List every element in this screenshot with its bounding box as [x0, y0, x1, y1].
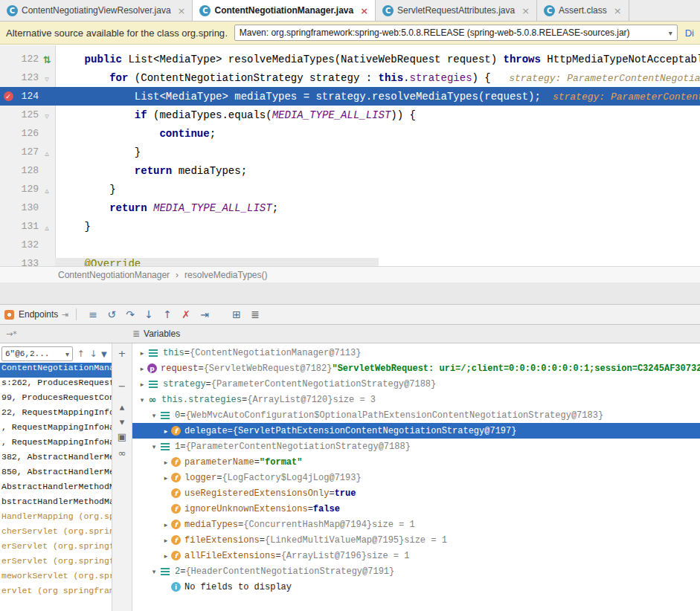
stack-frame-row[interactable]: , RequestMappingInfoHa	[0, 422, 112, 437]
variable-row[interactable]: ▸fmediaTypes = {ConcurrentHashMap@7194} …	[132, 517, 700, 532]
code-line[interactable]: 129▵ }	[0, 180, 700, 198]
editor-tab[interactable]: CServletRequestAttributes.java×	[376, 0, 537, 21]
disable-link[interactable]: Di	[685, 28, 694, 39]
stack-frame-row[interactable]: meworkServlet (org.sprin	[0, 571, 112, 586]
editor-tab[interactable]: CContentNegotiatingViewResolver.java×	[0, 0, 193, 21]
close-icon[interactable]: ×	[614, 6, 622, 16]
frame-down-icon[interactable]: ↓	[89, 349, 98, 359]
stack-frame-row[interactable]: , RequestMappingInfoHa	[0, 437, 112, 452]
stack-frame-row[interactable]: erServlet (org.springframe	[0, 556, 112, 571]
variable-row[interactable]: ▸fparameterName = "format"	[132, 454, 700, 470]
code-line[interactable]: 130 return MEDIA_TYPE_ALL_LIST;	[0, 198, 700, 217]
fold-icon[interactable]: ▿	[45, 111, 49, 121]
expand-icon[interactable]: ▸	[161, 474, 171, 482]
variable-row[interactable]: ▾2 = {HeaderContentNegotiationStrategy@7…	[132, 563, 700, 579]
expand-icon[interactable]: ▸	[161, 537, 171, 544]
variable-row[interactable]: ▸flogger = {LogFactory$Log4jLog@7193}	[132, 470, 700, 485]
stack-frame-row[interactable]: cherServlet (org.springfra	[0, 526, 112, 541]
close-icon[interactable]: ×	[521, 6, 530, 16]
variable-row[interactable]: ▸fdelegate = {ServletPathExtensionConten…	[132, 423, 700, 439]
source-jar-dropdown[interactable]: Maven: org.springframework:spring-web:5.…	[234, 25, 678, 41]
stack-frame-row[interactable]: ervlet (org springframewo	[0, 586, 112, 601]
variable-row[interactable]: ▸strategy = {ParameterContentNegotiation…	[132, 376, 700, 392]
expand-icon[interactable]: ▸	[161, 459, 171, 466]
code-line[interactable]: 125▿ if (mediaTypes.equals(MEDIA_TYPE_AL…	[0, 106, 700, 124]
editor-tab[interactable]: CContentNegotiationManager.java×	[193, 0, 376, 21]
scroll-up-icon[interactable]: ▴	[112, 401, 132, 413]
view-breakpoints-icon[interactable]: ⊞	[228, 308, 246, 320]
collapse-icon[interactable]: ▾	[149, 412, 159, 419]
override-method-icon[interactable]: ⇅	[43, 54, 51, 65]
variable-row[interactable]: ▸ffileExtensions = {LinkedMultiValueMap@…	[132, 532, 700, 548]
add-watch-icon[interactable]: +	[112, 348, 132, 359]
pin-tab-icon[interactable]: ⇥	[61, 310, 68, 320]
variable-row[interactable]: fignoreUnknownExtensions = false	[132, 501, 700, 517]
fold-icon[interactable]: ▿	[45, 74, 49, 84]
step-out-icon[interactable]: ↑	[158, 308, 177, 320]
breadcrumb-method[interactable]: resolveMediaTypes()	[184, 270, 267, 280]
thread-dropdown[interactable]: 6"@6,2... ▾	[1, 346, 73, 361]
code-line[interactable]: 131▵ }	[0, 217, 700, 236]
stack-frame-row[interactable]: 22, RequestMappingInfo	[0, 407, 112, 422]
variable-row[interactable]: ▸prequest = {ServletWebRequest@7182} "Se…	[132, 361, 700, 376]
variable-row[interactable]: ▾1 = {ParameterContentNegotiationStrateg…	[132, 439, 700, 454]
endpoints-tab[interactable]: Endpoints	[19, 309, 58, 320]
show-watches-icon[interactable]: ∞	[112, 447, 132, 459]
stack-frame-row[interactable]: AbstractHandlerMethodM	[0, 482, 112, 497]
variable-row[interactable]: ▾∞this.strategies = {ArrayList@7120} siz…	[132, 392, 700, 407]
expand-icon[interactable]: ▸	[137, 365, 147, 372]
collapse-icon[interactable]: ▾	[149, 443, 159, 450]
breadcrumb-class[interactable]: ContentNegotiationManager	[58, 270, 170, 280]
fold-icon[interactable]: ▵	[45, 186, 49, 195]
duplicate-watch-icon[interactable]: ▣	[112, 431, 132, 442]
fold-icon[interactable]: ▵	[45, 223, 49, 233]
code-editor[interactable]: 122⇅ public List<MediaType> resolveMedia…	[0, 45, 700, 266]
code-line[interactable]: 128 return mediaTypes;	[0, 161, 700, 180]
variable-row[interactable]: iNo fields to display	[132, 579, 700, 595]
stack-frame-row[interactable]: HandlerMapping (org.sp	[0, 511, 112, 526]
stack-frame-row[interactable]: erServlet (org.springfram	[0, 541, 112, 556]
code-line[interactable]: 132	[0, 236, 700, 254]
variable-row[interactable]: ▾0 = {WebMvcAutoConfiguration$OptionalPa…	[132, 407, 700, 423]
breakpoint-gutter[interactable]: ✓	[0, 91, 16, 101]
variable-row[interactable]: ▸fallFileExtensions = {ArrayList@7196} s…	[132, 548, 700, 563]
show-execution-point-icon[interactable]: ↺	[103, 308, 121, 320]
filter-frames-icon[interactable]: ▼	[101, 350, 107, 358]
remove-watch-icon[interactable]: −	[112, 381, 132, 392]
frame-up-icon[interactable]: ↑	[76, 349, 86, 359]
editor-tab[interactable]: CAssert.class×	[537, 0, 629, 21]
expand-icon[interactable]: ▸	[137, 349, 147, 357]
code-line[interactable]: 127▵ }	[0, 143, 700, 161]
step-over-icon[interactable]: ↷	[121, 308, 140, 320]
code-line[interactable]: 133 @Override	[0, 254, 700, 266]
layout-settings-icon[interactable]: ≣	[246, 308, 265, 320]
variable-row[interactable]: ▸this = {ContentNegotiationManager@7113}	[132, 345, 700, 361]
scroll-down-icon[interactable]: ▾	[112, 416, 132, 427]
variable-row[interactable]: fuseRegisteredExtensionsOnly = true	[132, 485, 700, 501]
stack-frame-row[interactable]: 382, AbstractHandlerMeth	[0, 452, 112, 467]
collapse-icon[interactable]: ▾	[149, 568, 159, 575]
stack-frame-row[interactable]: s:262, ProducesRequestCo	[0, 378, 112, 392]
stack-frame-row[interactable]: 850, AbstractHandlerMeth	[0, 467, 112, 482]
stack-frame-row[interactable]: bstractHandlerMethodMa	[0, 497, 112, 511]
code-line[interactable]: 122⇅ public List<MediaType> resolveMedia…	[0, 50, 700, 68]
code-line[interactable]: 123▿ for (ContentNegotiationStrategy str…	[0, 68, 700, 87]
collapse-icon[interactable]: ▾	[137, 396, 147, 404]
expand-icon[interactable]: ▸	[137, 381, 147, 388]
code-line[interactable]: 126 continue;	[0, 124, 700, 143]
splitter[interactable]	[0, 282, 700, 304]
breakpoint-icon[interactable]: ✓	[4, 91, 13, 101]
drop-frame-icon[interactable]: ✗	[177, 308, 196, 320]
expand-icon[interactable]: ▸	[161, 427, 171, 435]
expand-icon[interactable]: ▸	[161, 521, 171, 528]
step-into-icon[interactable]: ↓	[140, 308, 158, 320]
code-line[interactable]: ✓124 List<MediaType> mediaTypes = strate…	[0, 87, 700, 106]
fold-icon[interactable]: ▵	[45, 149, 49, 158]
stack-frame-row[interactable]: 99, ProducesRequestCond	[0, 392, 112, 407]
stack-frame-row[interactable]: ContentNegotiationMana	[0, 363, 112, 378]
variables-tab[interactable]: ≣ Variables	[132, 329, 180, 339]
close-icon[interactable]: ×	[360, 6, 368, 16]
run-to-cursor-icon[interactable]: ⇥	[196, 308, 214, 320]
close-icon[interactable]: ×	[178, 6, 186, 16]
menu-icon[interactable]: ≡	[84, 308, 103, 320]
